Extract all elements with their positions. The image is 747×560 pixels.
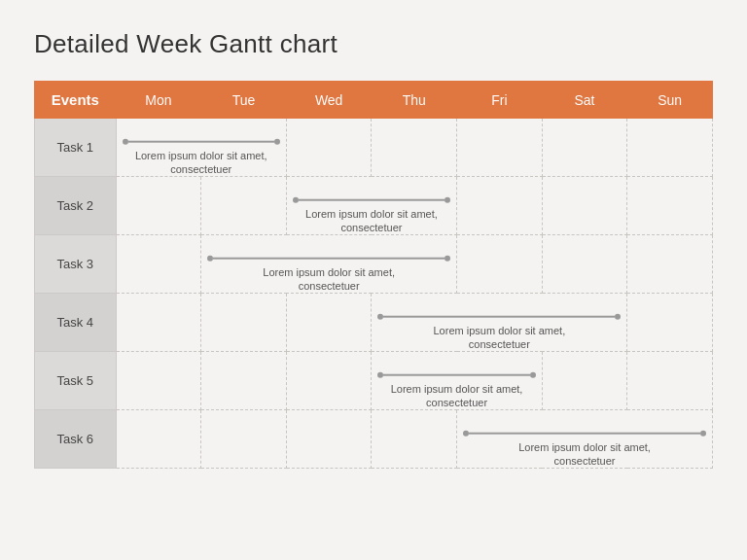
task-label-5: Task 5 — [35, 352, 117, 410]
task-label-6: Task 6 — [35, 410, 117, 469]
task-1-col-3 — [372, 119, 457, 177]
task-1-col-2 — [286, 119, 372, 177]
task-6-text: Lorem ipsum dolor sit amet,consectetuer — [518, 439, 651, 468]
task-3-text: Lorem ipsum dolor sit amet,consectetuer — [263, 264, 395, 293]
task-3-col-0 — [116, 235, 201, 294]
task-label-3: Task 3 — [35, 235, 117, 294]
task-5-col-1 — [201, 352, 287, 410]
task-3-col-5 — [542, 235, 627, 294]
task-2-col-5 — [542, 177, 627, 235]
task-label-1: Task 1 — [35, 119, 117, 177]
task-5-col-2 — [286, 352, 372, 410]
task-5-col-0 — [116, 352, 201, 410]
task-6-col-3 — [372, 410, 457, 469]
header-thu: Thu — [372, 82, 457, 119]
task-1-col-4 — [457, 119, 543, 177]
task-4-text: Lorem ipsum dolor sit amet,consectetuer — [434, 323, 566, 351]
task-5-col-3: Lorem ipsum dolor sit amet,consectetuer — [372, 352, 542, 410]
gantt-table: Events Mon Tue Wed Thu Fri Sat Sun Task … — [34, 81, 713, 469]
task-6-col-4: Lorem ipsum dolor sit amet,consectetuer — [457, 410, 713, 469]
header-mon: Mon — [116, 82, 201, 119]
header-sun: Sun — [627, 82, 713, 119]
task-2-text: Lorem ipsum dolor sit amet,consectetuer — [305, 206, 438, 234]
task-5-col-6 — [627, 352, 713, 410]
task-1-text: Lorem ipsum dolor sit amet,consectetuer — [135, 148, 267, 176]
page-title: Detailed Week Gantt chart — [34, 29, 713, 59]
task-6-col-2 — [286, 410, 372, 469]
task-3-col-1: Lorem ipsum dolor sit amet,consectetuer — [201, 235, 457, 294]
task-1-col-0: Lorem ipsum dolor sit amet,consectetuer — [116, 119, 286, 177]
task-2-col-6 — [627, 177, 713, 235]
task-5-text: Lorem ipsum dolor sit amet,consectetuer — [391, 381, 523, 409]
task-1-col-6 — [627, 119, 713, 177]
header-wed: Wed — [286, 82, 372, 119]
task-6-col-1 — [201, 410, 287, 469]
task-2-col-0 — [116, 177, 201, 235]
task-2-col-1 — [201, 177, 287, 235]
task-2-col-2: Lorem ipsum dolor sit amet,consectetuer — [286, 177, 456, 235]
gantt-wrapper: Events Mon Tue Wed Thu Fri Sat Sun Task … — [34, 81, 713, 469]
page: Detailed Week Gantt chart Events Mon Tue… — [0, 0, 747, 560]
header-sat: Sat — [542, 82, 627, 119]
task-4-col-2 — [286, 294, 372, 352]
header-fri: Fri — [457, 82, 543, 119]
task-4-col-0 — [116, 294, 201, 352]
task-label-4: Task 4 — [35, 294, 117, 352]
task-6-col-0 — [116, 410, 201, 469]
task-1-col-5 — [542, 119, 627, 177]
task-4-col-6 — [627, 294, 713, 352]
task-3-col-4 — [457, 235, 543, 294]
task-4-col-1 — [201, 294, 287, 352]
task-5-col-5 — [542, 352, 627, 410]
task-4-col-3: Lorem ipsum dolor sit amet,consectetuer — [372, 294, 627, 352]
task-2-col-4 — [457, 177, 543, 235]
header-events: Events — [35, 82, 117, 119]
task-3-col-6 — [627, 235, 713, 294]
task-label-2: Task 2 — [35, 177, 117, 235]
header-tue: Tue — [201, 82, 287, 119]
